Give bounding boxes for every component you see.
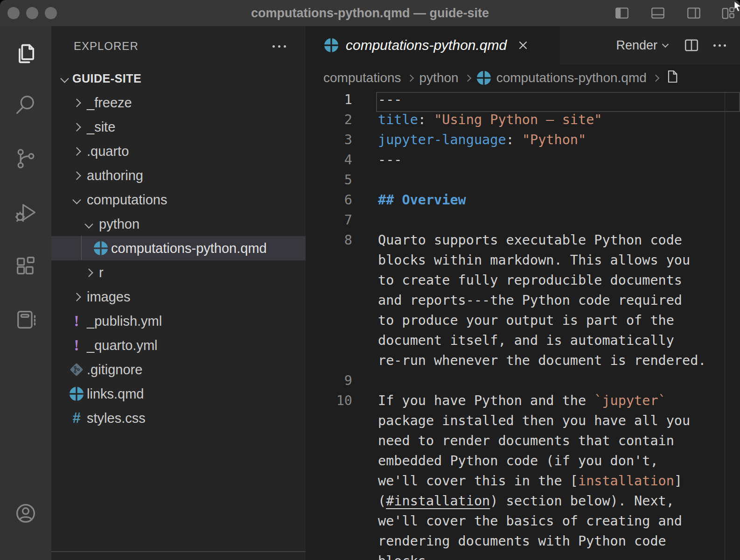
tree-item-computations-python-qmd[interactable]: computations-python.qmd [51,236,306,260]
tree-item-styles-css[interactable]: #styles.css [51,406,306,430]
code-line[interactable]: we'll cover this in the [installation] [306,473,740,493]
code-line[interactable]: 8Quarto supports executable Python code [306,232,740,252]
code-line[interactable]: 4--- [306,152,740,172]
line-number [306,533,352,553]
activity-bar [0,26,51,560]
quarto-file-icon [91,239,110,258]
tree-item--quarto[interactable]: .quarto [51,139,306,163]
more-actions-icon[interactable] [713,44,726,47]
code-line[interactable]: 5 [306,172,740,192]
code-line[interactable]: to produce your output is part of the [306,313,740,333]
code-line[interactable]: embedded Python code (if you don't, [306,453,740,473]
tree-item-python[interactable]: python [51,212,306,236]
line-content: blocks. [352,553,434,560]
breadcrumb-item[interactable]: computations [323,70,401,85]
line-content: we'll cover the basics of creating and [352,513,682,533]
code-line[interactable]: re-run whenever the document is rendered… [306,353,740,373]
workspace-section-header[interactable]: GUIDE-SITE [51,66,306,91]
code-line[interactable]: blocks within markdown. This allows you [306,252,740,273]
code-line[interactable]: rendering documents with Python code [306,533,740,553]
close-tab-icon[interactable] [517,39,529,51]
line-number [306,313,352,333]
tree-item-computations[interactable]: computations [51,188,306,212]
chevron-right-icon [67,118,86,136]
line-number: 8 [306,232,352,252]
code-line[interactable]: 10If you have Python and the `jupyter` [306,393,740,413]
tree-item-authoring[interactable]: authoring [51,163,306,188]
tree-item--publish-yml[interactable]: !_publish.yml [51,309,306,333]
code-line[interactable]: blocks. [306,553,740,560]
breadcrumb-item[interactable]: computations-python.qmd [496,70,647,85]
code-line[interactable]: we'll cover the basics of creating and [306,513,740,533]
chevron-right-icon [67,93,86,112]
account-icon[interactable] [14,501,38,525]
line-content: to produce your output is part of the [352,313,674,333]
code-line[interactable]: and reports---the Python code required [306,293,740,313]
line-number: 1 [306,92,352,112]
tree-item--gitignore[interactable]: .gitignore [51,357,306,382]
code-editor[interactable]: 1---2title: "Using Python — site"3jupyte… [306,91,740,560]
line-number: 3 [306,132,352,152]
tree-item-images[interactable]: images [51,285,306,309]
chevron-right-icon [79,263,98,282]
tree-item-links-qmd[interactable]: links.qmd [51,382,306,406]
line-number [306,473,352,493]
code-line[interactable]: to create fully reproducible documents [306,273,740,293]
code-line[interactable]: 1--- [306,92,740,112]
code-line[interactable]: need to render documents that contain [306,433,740,453]
code-line[interactable]: 2title: "Using Python — site" [306,112,740,132]
chevron-down-icon [79,215,98,233]
split-editor-icon[interactable] [684,37,699,53]
code-line[interactable]: 3jupyter-language: "Python" [306,132,740,152]
vscode-window: computations-python.qmd — guide-site [0,0,740,560]
tree-item-r[interactable]: r [51,260,306,285]
source-control-icon[interactable] [14,147,38,171]
quarto-file-icon [67,385,86,403]
toggle-panel-icon[interactable] [650,5,666,21]
line-content: jupyter-language: "Python" [352,132,586,152]
explorer-more-actions-icon[interactable] [272,45,286,48]
explorer-header: EXPLORER [51,26,306,66]
tree-item--site[interactable]: _site [51,115,306,139]
line-number [306,453,352,473]
line-content: document itself, and is automatically [352,333,674,353]
line-content [352,373,378,393]
run-and-debug-icon[interactable] [14,200,38,224]
editor-ruler [725,91,725,560]
indent-guide [81,236,82,260]
search-icon[interactable] [14,93,38,117]
extensions-icon[interactable] [14,254,38,278]
toggle-primary-sidebar-icon[interactable] [614,5,630,21]
line-content: blocks within markdown. This allows you [352,252,690,273]
explorer-icon[interactable] [14,42,38,66]
tab-computations-python[interactable]: computations-python.qmd [306,26,560,64]
notebook-icon[interactable] [14,308,38,332]
outline-section-header[interactable]: OUTLINE [51,553,306,560]
line-number: 4 [306,152,352,172]
editor-actions: Render [616,26,740,64]
tree-item--freeze[interactable]: _freeze [51,91,306,115]
render-button[interactable]: Render [616,38,668,53]
tree-item--quarto-yml[interactable]: !_quarto.yml [51,333,306,357]
title-bar: computations-python.qmd — guide-site [0,0,740,26]
tree-item-label: images [87,289,131,305]
code-line[interactable]: package installed then you have all you [306,413,740,433]
breadcrumb-item[interactable]: python [419,70,459,85]
code-line[interactable]: 6## Overview [306,192,740,212]
line-content: ## Overview [352,192,466,212]
toggle-secondary-sidebar-icon[interactable] [686,5,702,21]
line-content: --- [352,92,402,112]
tree-item-label: python [99,217,140,232]
tree-item-label: styles.css [87,411,146,426]
line-number: 5 [306,172,352,192]
quarto-file-icon [477,71,491,85]
line-content: title: "Using Python — site" [352,112,602,132]
chevron-right-icon [652,74,660,82]
chevron-right-icon [67,287,86,306]
code-line[interactable]: document itself, and is automatically [306,333,740,353]
code-line[interactable]: 7 [306,212,740,232]
line-number [306,293,352,313]
code-line[interactable]: (#installation) section below). Next, [306,493,740,513]
line-number: 6 [306,192,352,212]
code-line[interactable]: 9 [306,373,740,393]
